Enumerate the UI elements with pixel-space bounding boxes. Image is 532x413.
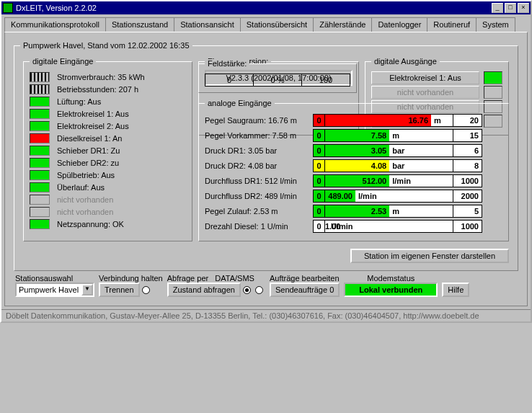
maximize-button[interactable]: □ bbox=[505, 3, 516, 13]
bar-unit: m bbox=[389, 205, 453, 217]
fs-max: 100 bbox=[302, 74, 350, 86]
tab-strip: KommunikationsprotokollStationszustandSt… bbox=[1, 14, 531, 32]
bar-unit: l/min bbox=[389, 175, 453, 187]
digin-label: Betriebsstunden: 207 h bbox=[57, 85, 138, 94]
bar-max: 1000 bbox=[453, 175, 482, 187]
tab-panel: Pumpwerk Havel, Stand vom 12.02.2002 16:… bbox=[4, 32, 528, 306]
data-radio[interactable] bbox=[243, 286, 251, 294]
digin-item: nicht vorhanden bbox=[30, 195, 186, 205]
digin-item: Schieber DR2: zu bbox=[30, 158, 186, 168]
digout-item: Elektrokreisel 1: Aus bbox=[371, 71, 502, 84]
digin-label: Elektrokreisel 1: Aus bbox=[57, 110, 129, 118]
bar-unit: U/min bbox=[328, 221, 453, 232]
bar-min: 0 bbox=[314, 190, 325, 202]
hilfe-button[interactable]: Hilfe bbox=[442, 283, 469, 297]
bar-value: 512.00 bbox=[325, 175, 389, 187]
digin-label: Spülbetrieb: Aus bbox=[57, 171, 115, 179]
trennen-button[interactable]: Trennen bbox=[99, 283, 140, 297]
fieldstrength-bar: 0 0 % 100 bbox=[205, 74, 350, 86]
analog-bar: 01.00U/min1000 bbox=[313, 220, 482, 233]
bar-value: 7.58 bbox=[325, 130, 389, 141]
status-lamp bbox=[30, 84, 50, 94]
status-lamp bbox=[30, 219, 50, 229]
analog-item: Durchfluss DR1: 512 l/min0512.00l/min100… bbox=[205, 174, 502, 187]
bar-max: 15 bbox=[453, 130, 482, 141]
analog-bar: 07.58m15 bbox=[313, 129, 482, 142]
tab-stationszustand[interactable]: Stationszustand bbox=[105, 17, 174, 32]
tab-kommunikationsprotokoll[interactable]: Kommunikationsprotokoll bbox=[4, 17, 106, 32]
app-window: DxLEIT, Version 2.2.02 _ □ × Kommunikati… bbox=[0, 0, 532, 323]
modem-status: Lokal verbunden bbox=[344, 283, 438, 297]
analog-label: Pegel Saugraum: 16.76 m bbox=[205, 116, 313, 125]
sendeauftraege-button[interactable]: Sendeaufträge 0 bbox=[270, 283, 340, 297]
own-window-button[interactable]: Station im eigenen Fenster darstellen bbox=[350, 249, 509, 263]
app-icon bbox=[3, 3, 13, 13]
digin-item: Betriebsstunden: 207 h bbox=[30, 84, 186, 94]
digin-label: Schieber DR1: Zu bbox=[57, 146, 120, 155]
status-lamp bbox=[30, 170, 50, 180]
tab-system[interactable]: System bbox=[476, 17, 515, 32]
digin-label: Elektrokreisel 2: Aus bbox=[57, 122, 129, 130]
zustand-button[interactable]: Zustand abfragen bbox=[167, 283, 241, 297]
bar-unit: m bbox=[389, 130, 453, 141]
bar-max: 6 bbox=[453, 145, 482, 156]
minimize-button[interactable]: _ bbox=[492, 3, 503, 13]
digin-item: Elektrokreisel 2: Aus bbox=[30, 121, 186, 131]
window-title: DxLEIT, Version 2.2.02 bbox=[16, 4, 97, 12]
bar-unit: bar bbox=[389, 160, 453, 172]
bar-max: 8 bbox=[453, 160, 482, 172]
close-button[interactable]: × bbox=[518, 3, 529, 13]
bar-min: 0 bbox=[314, 115, 325, 126]
verbindung-radio[interactable] bbox=[142, 286, 150, 294]
status-lamp bbox=[30, 97, 50, 107]
status-lamp bbox=[30, 121, 50, 131]
tab-zählerstände[interactable]: Zählerstände bbox=[313, 17, 372, 32]
analog-label: Pegel Vorkammer: 7.58 m bbox=[205, 131, 313, 140]
bar-value: 489.00 bbox=[325, 190, 355, 202]
status-lamp bbox=[484, 71, 502, 84]
digin-label: nicht vorhanden bbox=[57, 195, 113, 204]
fs-pct: 0 % bbox=[254, 74, 302, 86]
status-lamp bbox=[30, 72, 50, 82]
status-lamp bbox=[30, 109, 50, 119]
digin-item: Schieber DR1: Zu bbox=[30, 146, 186, 156]
analog-inputs-group: analoge Eingänge Pegel Saugraum: 16.76 m… bbox=[198, 99, 509, 241]
tab-datenlogger[interactable]: Datenlogger bbox=[371, 17, 427, 32]
analog-item: Durchfluss DR2: 489 l/min0489.00l/min200… bbox=[205, 190, 502, 203]
fieldstrength-group: Feldstärke: 0 0 % 100 bbox=[198, 59, 357, 93]
verbindung-label: Verbindung halten bbox=[99, 274, 163, 283]
status-lamp bbox=[30, 195, 50, 205]
digin-item: Überlauf: Aus bbox=[30, 182, 186, 192]
digital-inputs-group: digitale Eingänge Stromverbrauch: 35 kWh… bbox=[23, 57, 192, 241]
bar-value: 4.08 bbox=[325, 160, 389, 172]
digin-item: Stromverbrauch: 35 kWh bbox=[30, 72, 186, 82]
station-combo-value: Pumpwerk Havel bbox=[17, 285, 81, 294]
analog-bar: 02.53m5 bbox=[313, 205, 482, 218]
tab-routineruf[interactable]: Routineruf bbox=[427, 17, 476, 32]
analog-label: Pegel Zulauf: 2.53 m bbox=[205, 207, 313, 216]
status-lamp bbox=[30, 146, 50, 156]
digout-button[interactable]: Elektrokreisel 1: Aus bbox=[371, 71, 479, 84]
digout-button[interactable]: nicht vorhanden bbox=[371, 86, 479, 99]
analog-bar: 0512.00l/min1000 bbox=[313, 174, 482, 187]
digital-inputs-title: digitale Eingänge bbox=[30, 57, 96, 66]
bar-max: 2000 bbox=[453, 190, 482, 202]
tab-stationsansicht[interactable]: Stationsansicht bbox=[174, 17, 241, 32]
status-lamp bbox=[30, 158, 50, 168]
sms-radio[interactable] bbox=[255, 286, 263, 294]
bar-max: 20 bbox=[453, 115, 482, 126]
analog-bar: 0489.00l/min2000 bbox=[313, 190, 482, 203]
bar-min: 0 bbox=[314, 145, 325, 156]
tab-stationsübersicht[interactable]: Stationsübersicht bbox=[240, 17, 314, 32]
digin-label: nicht vorhanden bbox=[57, 208, 113, 216]
station-combo[interactable]: Pumpwerk Havel ▼ bbox=[15, 283, 94, 297]
analog-label: Druck DR1: 3.05 bar bbox=[205, 146, 313, 155]
bar-min: 0 bbox=[314, 130, 325, 141]
footer: Döbelt Datenkommunikation, Gustav-Meyer-… bbox=[1, 309, 531, 321]
digin-item: Lüftung: Aus bbox=[30, 97, 186, 107]
datasms-label: DATA/SMS bbox=[215, 274, 254, 283]
analog-bar: 03.05bar6 bbox=[313, 144, 482, 157]
analog-item: Druck DR2: 4.08 bar04.08bar8 bbox=[205, 159, 502, 172]
chevron-down-icon[interactable]: ▼ bbox=[81, 284, 93, 296]
digin-label: Dieselkreisel 1: An bbox=[57, 134, 123, 143]
